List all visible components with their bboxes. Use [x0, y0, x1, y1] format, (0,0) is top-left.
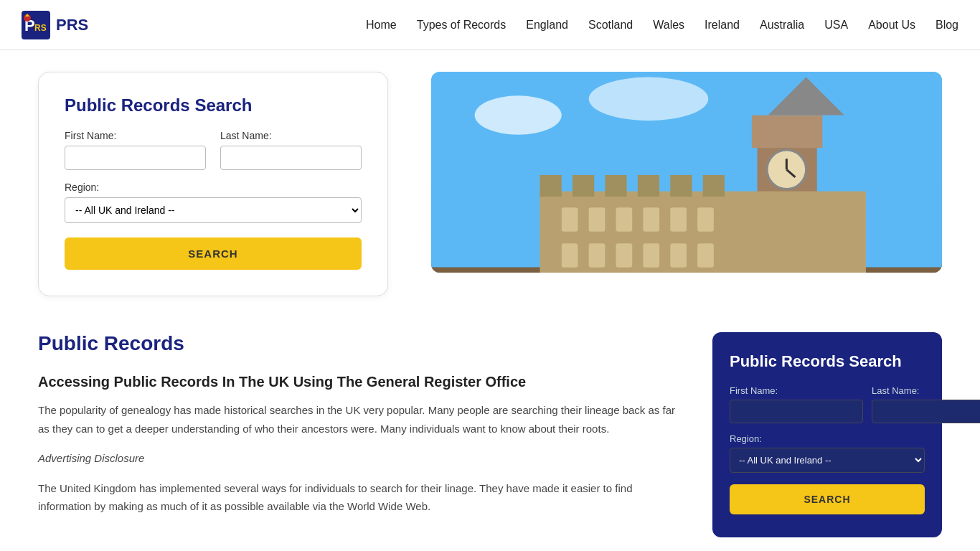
sidebar-first-name-label: First Name: [730, 385, 863, 396]
svg-rect-28 [573, 175, 594, 197]
paragraph-1: The popularity of genealogy has made his… [38, 401, 684, 438]
nav-wales[interactable]: Wales [653, 19, 684, 31]
main-last-name-input[interactable] [220, 146, 362, 170]
sidebar-first-name-group: First Name: [730, 385, 863, 423]
nav-usa[interactable]: USA [824, 19, 848, 31]
logo-text: PRS [56, 16, 88, 34]
svg-rect-17 [616, 207, 633, 231]
main-last-name-label: Last Name: [220, 130, 362, 141]
content-section: Public Records Accessing Public Records … [38, 332, 942, 537]
article-title: Accessing Public Records In The UK Using… [38, 372, 684, 391]
main-region-group: Region: -- All UK and Ireland --EnglandS… [65, 182, 362, 223]
sidebar-search-title: Public Records Search [730, 352, 925, 371]
main-last-name-group: Last Name: [220, 130, 362, 170]
svg-text:RS: RS [34, 23, 47, 33]
svg-rect-23 [616, 243, 633, 267]
svg-rect-30 [638, 175, 659, 197]
svg-rect-29 [605, 175, 626, 197]
hero-svg [431, 72, 942, 273]
sidebar-name-row: First Name: Last Name: [730, 385, 925, 423]
svg-rect-31 [670, 175, 692, 197]
sidebar-region-group: Region: -- All UK and Ireland --EnglandS… [730, 433, 925, 473]
logo-icon: P RS [22, 11, 50, 39]
main-region-select[interactable]: -- All UK and Ireland --EnglandScotlandW… [65, 197, 362, 223]
svg-rect-19 [670, 207, 687, 231]
sidebar-first-name-input[interactable] [730, 400, 863, 423]
main-first-name-group: First Name: [65, 130, 206, 170]
main-region-label: Region: [65, 182, 362, 193]
svg-rect-9 [752, 116, 822, 148]
main-search-card: Public Records Search First Name: Last N… [38, 72, 388, 296]
ad-disclosure-link[interactable]: Advertising Disclosure [38, 449, 684, 468]
sidebar-search-button[interactable]: SEARCH [730, 484, 925, 514]
sidebar-last-name-group: Last Name: [872, 385, 980, 423]
svg-rect-22 [589, 243, 606, 267]
nav-about-us[interactable]: About Us [868, 19, 915, 31]
svg-rect-15 [562, 207, 578, 231]
svg-rect-25 [670, 243, 687, 267]
nav-scotland[interactable]: Scotland [588, 19, 633, 31]
sidebar-last-name-input[interactable] [872, 400, 980, 423]
main-name-row: First Name: Last Name: [65, 130, 362, 170]
svg-rect-18 [643, 207, 659, 231]
svg-point-35 [475, 95, 562, 135]
main-first-name-label: First Name: [65, 130, 206, 141]
svg-point-36 [589, 77, 709, 121]
svg-rect-27 [540, 175, 561, 197]
svg-rect-24 [643, 243, 659, 267]
logo-link[interactable]: P RS PRS [22, 11, 88, 39]
nav-types-of-records[interactable]: Types of Records [417, 19, 507, 31]
sidebar-last-name-label: Last Name: [872, 385, 980, 396]
sidebar-search-card: Public Records Search First Name: Last N… [712, 332, 942, 537]
paragraph-2: The United Kingdom has implemented sever… [38, 479, 684, 516]
navbar: P RS PRS HomeTypes of RecordsEnglandScot… [0, 0, 980, 50]
hero-image [431, 72, 942, 273]
nav-england[interactable]: England [526, 19, 568, 31]
section-title: Public Records [38, 332, 684, 355]
sidebar-region-label: Region: [730, 433, 925, 444]
main-search-title: Public Records Search [65, 95, 362, 116]
top-section: Public Records Search First Name: Last N… [38, 72, 942, 296]
main-first-name-input[interactable] [65, 146, 206, 170]
main-container: Public Records Search First Name: Last N… [17, 50, 963, 537]
nav-australia[interactable]: Australia [760, 19, 804, 31]
svg-rect-32 [703, 175, 725, 197]
svg-rect-26 [697, 243, 714, 267]
nav-links: HomeTypes of RecordsEnglandScotlandWales… [366, 19, 958, 32]
main-search-button[interactable]: SEARCH [65, 237, 362, 270]
sidebar-region-select[interactable]: -- All UK and Ireland --EnglandScotlandW… [730, 448, 925, 473]
nav-home[interactable]: Home [366, 19, 397, 31]
svg-rect-16 [589, 207, 606, 231]
svg-rect-20 [697, 207, 714, 231]
nav-blog[interactable]: Blog [936, 19, 958, 31]
svg-rect-21 [562, 243, 578, 267]
nav-ireland[interactable]: Ireland [705, 19, 740, 31]
content-main: Public Records Accessing Public Records … [38, 332, 684, 537]
